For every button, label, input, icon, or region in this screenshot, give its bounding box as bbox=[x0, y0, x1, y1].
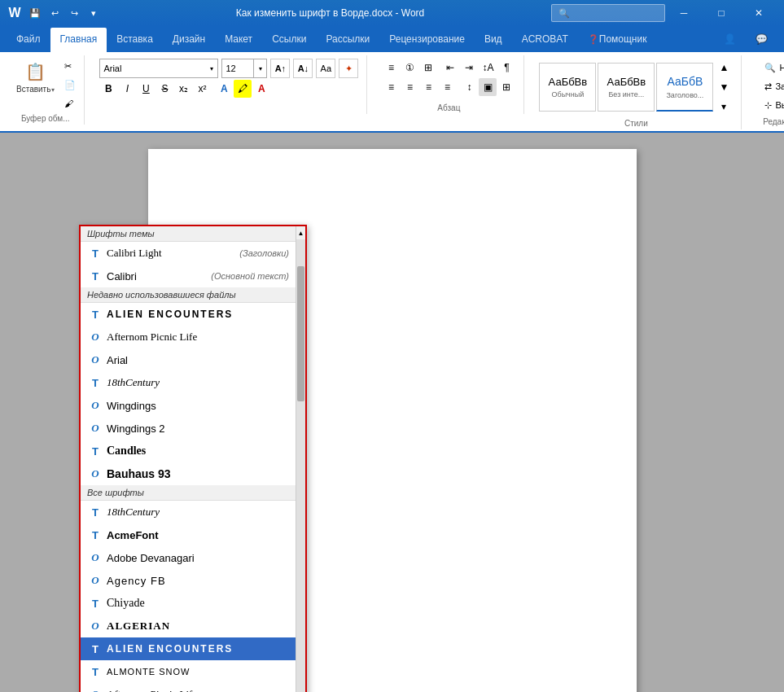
font-item-bauhaus-recent[interactable]: O Bauhaus 93 bbox=[81, 462, 296, 485]
find-btn[interactable]: 🔍 Найти ▾ bbox=[758, 59, 784, 77]
styles-scroll-up[interactable]: ▲ bbox=[715, 59, 733, 77]
font-item-name: Afternom Picnic Life bbox=[107, 688, 197, 692]
maximize-btn[interactable]: □ bbox=[703, 0, 740, 26]
sort-btn[interactable]: ↕A bbox=[479, 59, 497, 77]
bold-btn[interactable]: B bbox=[99, 80, 117, 98]
scroll-up-btn[interactable]: ▲ bbox=[296, 226, 306, 239]
font-type-icon: O bbox=[87, 686, 103, 692]
font-type-icon: T bbox=[87, 641, 103, 657]
copy-btn[interactable]: 📄 bbox=[61, 76, 79, 94]
bullet-list-btn[interactable]: ≡ bbox=[382, 59, 400, 77]
tab-acrobat[interactable]: ACROBAT bbox=[512, 28, 578, 52]
tab-design[interactable]: Дизайн bbox=[163, 28, 215, 52]
font-name-arrow[interactable]: ▾ bbox=[205, 59, 218, 78]
ribbon-tabs: Файл Главная Вставка Дизайн Макет Ссылки… bbox=[0, 26, 784, 52]
show-marks-btn[interactable]: ¶ bbox=[497, 59, 515, 77]
align-left-btn[interactable]: ≡ bbox=[382, 78, 400, 96]
font-item-chiyade-all[interactable]: T Chiyade bbox=[81, 592, 296, 615]
tab-home[interactable]: Главная bbox=[50, 28, 107, 52]
font-color-btn[interactable]: A bbox=[252, 80, 270, 98]
font-item-adobe-all[interactable]: O Adobe Devanagari bbox=[81, 546, 296, 569]
clear-format-btn[interactable]: ✦ bbox=[339, 59, 358, 78]
numbered-list-btn[interactable]: ① bbox=[401, 59, 418, 77]
font-size-arrow[interactable]: ▾ bbox=[254, 59, 267, 78]
underline-btn[interactable]: U bbox=[137, 80, 155, 98]
style-heading1[interactable]: АаБбВ Заголово... bbox=[656, 63, 713, 112]
undo-quick-btn[interactable]: ↩ bbox=[46, 4, 64, 22]
font-item-alien-all[interactable]: T ALIEN ENCOUNTERS bbox=[81, 637, 296, 660]
tab-review[interactable]: Рецензирование bbox=[379, 28, 475, 52]
font-item-alien-recent[interactable]: T ALIEN ENCOUNTERS bbox=[81, 303, 296, 326]
scroll-thumb bbox=[297, 266, 304, 401]
font-increase-btn[interactable]: A↑ bbox=[270, 59, 290, 78]
font-name-input[interactable]: Arial bbox=[99, 59, 205, 78]
tab-comments[interactable]: 💬 bbox=[746, 28, 777, 52]
font-item-18th-all[interactable]: T 18thCentury bbox=[81, 501, 296, 523]
font-case-btn[interactable]: Аа bbox=[316, 59, 335, 78]
superscript-btn[interactable]: x² bbox=[193, 80, 211, 98]
shading-btn[interactable]: ▣ bbox=[479, 78, 497, 96]
search-box[interactable]: 🔍 bbox=[551, 4, 665, 22]
tab-insert[interactable]: Вставка bbox=[107, 28, 163, 52]
font-type-icon: T bbox=[87, 595, 103, 611]
strikethrough-btn[interactable]: S bbox=[155, 80, 173, 98]
border-btn[interactable]: ⊞ bbox=[497, 78, 515, 96]
tab-file[interactable]: Файл bbox=[7, 28, 50, 52]
font-item-almonte-all[interactable]: T ALMONTE SNOW bbox=[81, 660, 296, 683]
style-no-interval[interactable]: АаБбВв Без инте... bbox=[598, 63, 655, 112]
redo-quick-btn[interactable]: ↪ bbox=[65, 4, 83, 22]
subscript-btn[interactable]: x₂ bbox=[174, 80, 192, 98]
tab-help[interactable]: ❓ Помощник bbox=[578, 28, 657, 52]
styles-content: АаБбВв Обычный АаБбВв Без инте... АаБбВ … bbox=[536, 57, 736, 117]
tab-user[interactable]: 👤 bbox=[714, 28, 746, 52]
editing-content: 🔍 Найти ▾ ⇄ Заменить ⊹ Выделить ▾ bbox=[753, 57, 784, 116]
font-item-calibri[interactable]: T Calibri (Основной текст) bbox=[81, 265, 296, 287]
justify-btn[interactable]: ≡ bbox=[438, 78, 456, 96]
highlight-btn[interactable]: 🖍 bbox=[234, 80, 252, 98]
font-item-candles-recent[interactable]: T Candles bbox=[81, 440, 296, 462]
tab-view[interactable]: Вид bbox=[475, 28, 512, 52]
style-normal[interactable]: АаБбВв Обычный bbox=[539, 63, 596, 112]
paste-btn[interactable]: 📋 Вставить ▾ bbox=[11, 57, 59, 96]
tab-layout[interactable]: Макет bbox=[215, 28, 262, 52]
clipboard-label: Буфер обм... bbox=[11, 114, 79, 123]
multilevel-list-btn[interactable]: ⊞ bbox=[419, 59, 437, 77]
style-heading1-label: Заголово... bbox=[666, 91, 703, 99]
format-paint-btn[interactable]: 🖌 bbox=[61, 94, 79, 112]
font-item-afternom-all[interactable]: O Afternom Picnic Life bbox=[81, 683, 296, 692]
font-item-arial-recent[interactable]: O Arial bbox=[81, 348, 296, 371]
find-group: 🔍 Найти ▾ ⇄ Заменить ⊹ Выделить ▾ bbox=[753, 57, 784, 116]
select-btn[interactable]: ⊹ Выделить ▾ bbox=[758, 96, 784, 114]
quick-access-dropdown[interactable]: ▾ bbox=[85, 4, 103, 22]
styles-scroll-down[interactable]: ▼ bbox=[715, 78, 733, 96]
save-quick-btn[interactable]: 💾 bbox=[26, 4, 44, 22]
decrease-indent-btn[interactable]: ⇤ bbox=[441, 59, 459, 77]
increase-indent-btn[interactable]: ⇥ bbox=[460, 59, 478, 77]
font-decrease-btn[interactable]: A↓ bbox=[293, 59, 313, 78]
tab-mailings[interactable]: Рассылки bbox=[316, 28, 379, 52]
line-spacing-btn[interactable]: ↕ bbox=[460, 78, 478, 96]
font-item-acmefont-all[interactable]: T AcmeFont bbox=[81, 523, 296, 546]
font-item-calibri-light[interactable]: T Calibri Light (Заголовки) bbox=[81, 242, 296, 265]
minimize-btn[interactable]: ─ bbox=[665, 0, 703, 26]
font-item-algerian-all[interactable]: O ALGERIAN bbox=[81, 615, 296, 637]
scroll-track[interactable] bbox=[296, 239, 305, 692]
all-fonts-header: Все шрифты bbox=[81, 485, 296, 501]
styles-more[interactable]: ▾ bbox=[715, 98, 733, 116]
font-item-wingdings2-recent[interactable]: O Wingdings 2 bbox=[81, 417, 296, 440]
font-size-input[interactable]: 12 bbox=[221, 59, 254, 78]
font-type-icon: T bbox=[87, 527, 103, 543]
text-effect-btn[interactable]: A bbox=[215, 80, 233, 98]
font-item-18th-recent[interactable]: T 18thCentury bbox=[81, 371, 296, 394]
tab-references[interactable]: Ссылки bbox=[262, 28, 316, 52]
font-item-wingdings-recent[interactable]: O Wingdings bbox=[81, 394, 296, 417]
styles-box: АаБбВв Обычный АаБбВв Без инте... АаБбВ … bbox=[536, 57, 736, 117]
italic-btn[interactable]: I bbox=[118, 80, 136, 98]
font-item-afternom-recent[interactable]: O Afternom Picnic Life bbox=[81, 326, 296, 348]
cut-btn[interactable]: ✂ bbox=[61, 57, 79, 75]
align-right-btn[interactable]: ≡ bbox=[419, 78, 437, 96]
align-center-btn[interactable]: ≡ bbox=[401, 78, 418, 96]
close-btn[interactable]: ✕ bbox=[740, 0, 777, 26]
font-item-agency-all[interactable]: O Agency FB bbox=[81, 569, 296, 592]
replace-btn[interactable]: ⇄ Заменить bbox=[758, 77, 784, 95]
